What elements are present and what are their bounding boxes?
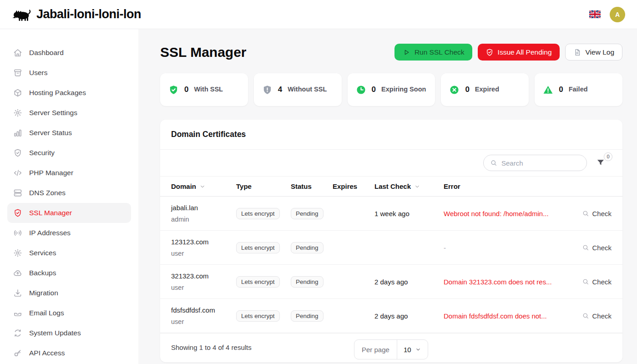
domain-user: admin	[171, 216, 236, 223]
sidebar-item-label: DNS Zones	[29, 189, 66, 197]
shield-alert-filled-icon	[262, 85, 273, 95]
sidebar-item-security[interactable]: Security	[7, 143, 131, 163]
domain-cell: jabali.lan admin	[171, 204, 236, 223]
run-ssl-check-button[interactable]: Run SSL Check	[394, 44, 472, 61]
sidebar-item-services[interactable]: Services	[7, 243, 131, 263]
sidebar-item-hosting-packages[interactable]: Hosting Packages	[7, 83, 131, 103]
domain-name: fdsfsdfdsf.com	[171, 306, 236, 314]
sidebar-item-migration[interactable]: Migration	[7, 283, 131, 303]
bar-chart-icon	[13, 128, 22, 137]
domain-name: 321323.com	[171, 272, 236, 280]
check-button[interactable]: Check	[582, 278, 612, 286]
sidebar-item-label: Hosting Packages	[29, 89, 86, 97]
domain-certificates-panel: Domain Certificates 0 DomainTypeStatusEx…	[160, 120, 622, 362]
table-row: 123123.com user Lets encrypt Pending - C…	[160, 231, 622, 265]
sidebar: DashboardUsersHosting PackagesServer Set…	[0, 29, 138, 364]
last-check-cell: 1 week ago	[374, 210, 444, 217]
sidebar-item-server-status[interactable]: Server Status	[7, 123, 131, 143]
sidebar-item-label: Backups	[29, 269, 56, 277]
sidebar-item-api-access[interactable]: API Access	[7, 343, 131, 363]
sidebar-item-label: Services	[29, 249, 56, 257]
type-badge: Lets encrypt	[236, 242, 280, 253]
stat-value: 0	[559, 85, 563, 94]
search-icon	[582, 312, 589, 319]
view-log-button[interactable]: View Log	[565, 44, 622, 61]
refresh-icon	[13, 329, 22, 338]
per-page-select[interactable]: Per page 10	[354, 339, 428, 359]
column-header-error: Error	[444, 182, 571, 190]
gear-icon	[13, 248, 22, 258]
stat-card-with-ssl: 0With SSL	[160, 73, 248, 106]
sidebar-item-dashboard[interactable]: Dashboard	[7, 43, 131, 63]
sidebar-item-label: System Updates	[29, 329, 81, 337]
stat-label: Expired	[475, 85, 499, 94]
search-input[interactable]	[501, 159, 580, 167]
filter-count-badge: 0	[604, 152, 612, 161]
x-circle-filled-icon	[449, 85, 460, 95]
sidebar-item-backups[interactable]: Backups	[7, 263, 131, 283]
code-icon	[13, 168, 22, 177]
brand[interactable]: Jabali-loni-loni-lon	[12, 7, 141, 22]
error-cell: -	[444, 244, 571, 252]
shield-check-icon	[13, 148, 22, 157]
stat-label: Without SSL	[288, 85, 327, 94]
sidebar-item-ssl-manager[interactable]: SSL Manager	[7, 203, 131, 223]
issue-all-pending-button[interactable]: Issue All Pending	[478, 44, 560, 61]
error-cell: Domain fdsfsdfdsf.com does not...	[444, 312, 571, 320]
error-cell: Webroot not found: /home/admin...	[444, 210, 571, 217]
brand-name: Jabali-loni-loni-lon	[36, 7, 141, 21]
table-toolbar: 0	[160, 150, 622, 177]
inbox-icon	[13, 308, 22, 318]
sidebar-item-dns-zones[interactable]: DNS Zones	[7, 183, 131, 203]
sidebar-item-php-manager[interactable]: PHP Manager	[7, 163, 131, 183]
sidebar-item-system-updates[interactable]: System Updates	[7, 323, 131, 343]
download-icon	[13, 288, 22, 298]
sidebar-item-label: Users	[29, 69, 47, 77]
search-icon	[582, 210, 589, 217]
check-button[interactable]: Check	[582, 244, 612, 252]
search-icon	[582, 244, 589, 251]
sidebar-item-label: Migration	[29, 289, 58, 297]
column-header-last-check[interactable]: Last Check	[374, 182, 444, 190]
sidebar-item-ip-addresses[interactable]: IP Addresses	[7, 223, 131, 243]
home-icon	[13, 48, 22, 57]
column-header-domain[interactable]: Domain	[171, 182, 236, 190]
type-badge: Lets encrypt	[236, 310, 280, 322]
last-check-cell: 2 days ago	[374, 312, 444, 320]
shield-check-filled-icon	[168, 85, 179, 95]
check-button[interactable]: Check	[582, 312, 612, 320]
stat-value: 0	[184, 85, 188, 94]
type-badge: Lets encrypt	[236, 276, 280, 288]
check-button[interactable]: Check	[582, 210, 612, 217]
domain-name: 123123.com	[171, 238, 236, 246]
server-icon	[13, 188, 22, 197]
per-page-value: 10	[404, 346, 411, 354]
filter-button[interactable]: 0	[594, 156, 607, 170]
chevron-down-icon	[414, 183, 420, 190]
stat-card-without-ssl: 4Without SSL	[254, 73, 342, 106]
column-header-type: Type	[236, 182, 291, 190]
search-icon	[490, 159, 497, 167]
sidebar-item-server-settings[interactable]: Server Settings	[7, 103, 131, 123]
language-flag-icon[interactable]	[589, 10, 601, 18]
table-header-row: DomainTypeStatusExpiresLast CheckError	[160, 177, 622, 197]
column-header-expires: Expires	[333, 182, 374, 190]
shield-check-icon	[13, 208, 22, 217]
results-summary: Showing 1 to 4 of 4 results	[171, 344, 252, 351]
error-cell: Domain 321323.com does not res...	[444, 278, 571, 286]
broadcast-icon	[13, 228, 22, 238]
sidebar-item-users[interactable]: Users	[7, 63, 131, 83]
column-header-status: Status	[291, 182, 333, 190]
domain-user: user	[171, 250, 236, 257]
stat-value: 4	[278, 85, 282, 94]
sidebar-item-label: Email Logs	[29, 309, 64, 317]
sidebar-item-email-logs[interactable]: Email Logs	[7, 303, 131, 323]
avatar[interactable]: A	[610, 7, 625, 22]
main-content: SSL Manager Run SSL Check Issue All Pend…	[138, 29, 637, 362]
stat-card-expiring-soon: 0Expiring Soon	[348, 73, 435, 106]
domain-user: user	[171, 284, 236, 291]
sidebar-item-label: SSL Manager	[29, 209, 72, 217]
status-badge: Pending	[291, 310, 324, 322]
search-icon	[582, 278, 589, 285]
play-icon	[402, 48, 410, 56]
